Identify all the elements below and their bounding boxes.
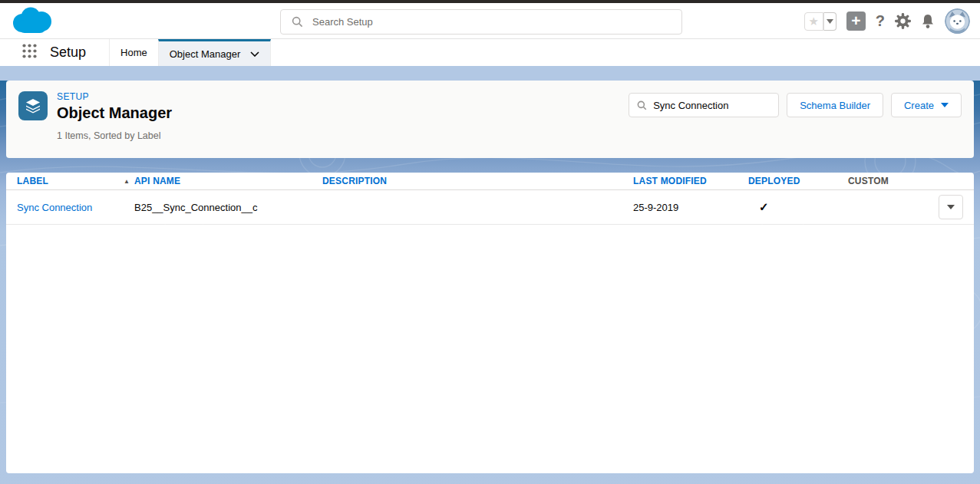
schema-builder-button[interactable]: Schema Builder xyxy=(787,93,883,117)
help-icon[interactable]: ? xyxy=(876,12,885,30)
tab-object-manager-label: Object Manager xyxy=(170,48,241,60)
column-header-label[interactable]: LABEL ▲ xyxy=(17,176,134,186)
object-table-card: LABEL ▲ API NAME DESCRIPTION LAST MODIFI… xyxy=(6,173,974,473)
schema-builder-label: Schema Builder xyxy=(800,100,870,111)
setup-gear-icon[interactable] xyxy=(895,13,911,29)
object-manager-icon xyxy=(18,91,48,120)
column-header-api-name[interactable]: API NAME xyxy=(134,176,322,186)
global-header-actions: ★ + ? xyxy=(804,3,970,39)
quick-find-input[interactable] xyxy=(653,100,768,111)
favorites-control: ★ xyxy=(804,12,836,31)
sort-asc-icon: ▲ xyxy=(124,178,130,185)
tab-home[interactable]: Home xyxy=(109,39,158,66)
layers-icon xyxy=(24,97,42,115)
object-label-link[interactable]: Sync Connection xyxy=(17,202,134,213)
global-header: ★ + ? xyxy=(0,3,980,39)
page-header-card: SETUP Object Manager 1 Items, Sorted by … xyxy=(6,81,974,158)
items-summary: 1 Items, Sorted by Label xyxy=(57,130,172,141)
page-header-actions: Schema Builder Create xyxy=(629,93,962,117)
table-header-row: LABEL ▲ API NAME DESCRIPTION LAST MODIFI… xyxy=(6,173,974,190)
global-search-box[interactable] xyxy=(280,9,682,35)
setup-nav-bar: Setup Home Object Manager xyxy=(0,39,980,66)
global-search-input[interactable] xyxy=(312,16,672,28)
setup-content-background: SETUP Object Manager 1 Items, Sorted by … xyxy=(0,81,980,484)
column-header-description[interactable]: DESCRIPTION xyxy=(322,176,633,186)
deployed-checkmark-icon: ✓ xyxy=(748,200,848,214)
create-label: Create xyxy=(904,100,934,111)
search-icon xyxy=(637,100,647,110)
app-name-label: Setup xyxy=(50,44,86,61)
favorites-dropdown-icon[interactable] xyxy=(823,12,836,31)
page-header-text: SETUP Object Manager 1 Items, Sorted by … xyxy=(57,91,172,141)
page-title: Object Manager xyxy=(57,104,172,122)
dropdown-triangle-icon xyxy=(941,103,949,107)
cell-api-name: B25__Sync_Connection__c xyxy=(134,202,322,213)
quick-find-box[interactable] xyxy=(629,93,779,117)
app-launcher-icon[interactable] xyxy=(21,43,38,62)
user-avatar[interactable] xyxy=(945,8,970,34)
search-icon xyxy=(292,16,303,28)
column-header-deployed[interactable]: DEPLOYED xyxy=(748,176,848,186)
cell-last-modified: 25-9-2019 xyxy=(633,202,748,213)
notifications-bell-icon[interactable] xyxy=(921,14,935,29)
global-create-icon[interactable]: + xyxy=(846,12,866,31)
table-row: Sync Connection B25__Sync_Connection__c … xyxy=(6,190,974,225)
favorites-star-icon[interactable]: ★ xyxy=(804,12,823,31)
row-actions-button[interactable] xyxy=(939,195,963,219)
tab-home-label: Home xyxy=(120,47,147,58)
column-header-custom: CUSTOM xyxy=(848,176,925,186)
tab-object-manager[interactable]: Object Manager xyxy=(158,39,272,66)
column-header-last-modified[interactable]: LAST MODIFIED xyxy=(633,176,748,186)
chevron-down-icon[interactable] xyxy=(250,51,259,57)
dropdown-triangle-icon xyxy=(947,205,955,209)
nav-tabs: Home Object Manager xyxy=(109,39,271,66)
setup-eyebrow-label: SETUP xyxy=(57,91,172,102)
create-button[interactable]: Create xyxy=(891,93,962,117)
salesforce-cloud-logo xyxy=(11,7,53,38)
